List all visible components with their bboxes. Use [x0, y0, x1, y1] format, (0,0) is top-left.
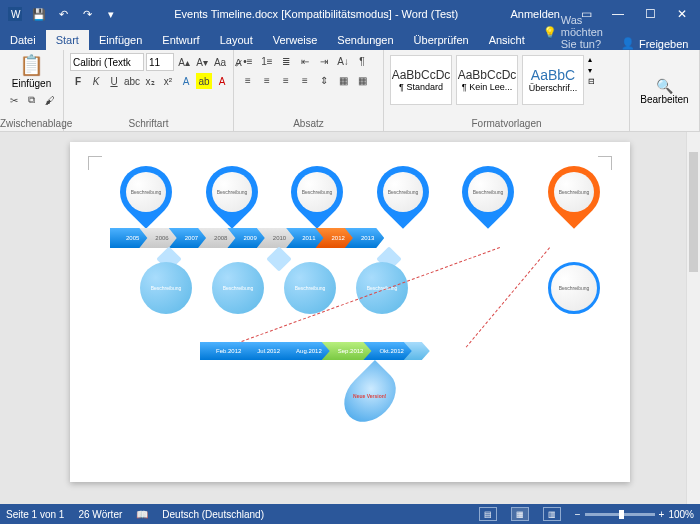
shading-icon[interactable]: ▦	[335, 72, 351, 88]
statusbar: Seite 1 von 1 26 Wörter 📖 Deutsch (Deuts…	[0, 504, 700, 524]
pin: Beschreibung	[366, 155, 440, 229]
highlight-icon[interactable]: ab	[196, 73, 212, 89]
copy-icon[interactable]: ⧉	[24, 92, 40, 108]
italic-icon[interactable]: K	[88, 73, 104, 89]
bullets-icon[interactable]: •≡	[240, 53, 256, 69]
show-marks-icon[interactable]: ¶	[354, 53, 370, 69]
lightbulb-icon: 💡	[543, 26, 557, 39]
sort-icon[interactable]: A↓	[335, 53, 351, 69]
grow-font-icon[interactable]: A▴	[176, 54, 192, 70]
redo-icon[interactable]: ↷	[76, 3, 98, 25]
align-right-icon[interactable]: ≡	[278, 72, 294, 88]
tell-me-box[interactable]: 💡Was möchten Sie tun?	[535, 14, 611, 50]
bubble: Beschreibung	[284, 262, 336, 314]
font-size-input[interactable]	[146, 53, 174, 71]
paste-icon[interactable]: 📋	[19, 53, 44, 77]
timeline-years: 200520062007200820092010201120122013	[110, 228, 384, 248]
editing-label[interactable]: Bearbeiten	[640, 94, 688, 105]
tab-verweise[interactable]: Verweise	[263, 30, 328, 50]
line-spacing-icon[interactable]: ⇕	[316, 72, 332, 88]
tab-datei[interactable]: Datei	[0, 30, 46, 50]
pin: Beschreibung	[195, 155, 269, 229]
strike-icon[interactable]: abc	[124, 73, 140, 89]
group-clipboard: 📋 Einfügen ✂ ⧉ 🖌 Zwischenablage	[0, 50, 64, 131]
document-title: Events Timeline.docx [Kompatibilitätsmod…	[122, 8, 510, 20]
scrollbar-thumb[interactable]	[689, 152, 698, 272]
zoom-level[interactable]: 100%	[668, 509, 694, 520]
align-center-icon[interactable]: ≡	[259, 72, 275, 88]
bubble: Beschreibung	[356, 262, 408, 314]
borders-icon[interactable]: ▦	[354, 72, 370, 88]
tab-ansicht[interactable]: Ansicht	[479, 30, 535, 50]
svg-text:W: W	[11, 9, 21, 20]
style-no-spacing[interactable]: AaBbCcDc¶ Kein Lee...	[456, 55, 518, 105]
tab-layout[interactable]: Layout	[210, 30, 263, 50]
print-layout-icon[interactable]: ▦	[511, 507, 529, 521]
share-label: Freigeben	[639, 38, 689, 50]
pin-highlight: Beschreibung	[537, 155, 611, 229]
qa-dropdown-icon[interactable]: ▾	[100, 3, 122, 25]
page: Beschreibung Beschreibung Beschreibung B…	[70, 142, 630, 482]
group-styles: AaBbCcDc¶ Standard AaBbCcDc¶ Kein Lee...…	[384, 50, 630, 131]
language[interactable]: Deutsch (Deutschland)	[162, 509, 264, 520]
group-paragraph: •≡ 1≡ ≣ ⇤ ⇥ A↓ ¶ ≡ ≡ ≡ ≡ ⇕ ▦ ▦ Absatz	[234, 50, 384, 131]
margin-corner	[88, 156, 102, 170]
group-editing: 🔍 Bearbeiten	[630, 50, 700, 131]
bubble: Beschreibung	[140, 262, 192, 314]
pin: Beschreibung	[452, 155, 526, 229]
text-effects-icon[interactable]: A	[178, 73, 194, 89]
tab-sendungen[interactable]: Sendungen	[327, 30, 403, 50]
bubble: Beschreibung	[212, 262, 264, 314]
tab-entwurf[interactable]: Entwurf	[152, 30, 209, 50]
pin: Beschreibung	[109, 155, 183, 229]
group-label: Zwischenablage	[0, 118, 63, 129]
ribbon-tabs: Datei Start Einfügen Entwurf Layout Verw…	[0, 28, 700, 50]
web-layout-icon[interactable]: ▥	[543, 507, 561, 521]
find-icon[interactable]: 🔍	[656, 78, 673, 94]
pin: Beschreibung	[280, 155, 354, 229]
vertical-scrollbar[interactable]	[686, 132, 700, 504]
font-name-input[interactable]	[70, 53, 144, 71]
align-left-icon[interactable]: ≡	[240, 72, 256, 88]
cut-icon[interactable]: ✂	[6, 92, 22, 108]
spellcheck-icon[interactable]: 📖	[136, 509, 148, 520]
zoom-slider[interactable]	[585, 513, 655, 516]
read-mode-icon[interactable]: ▤	[479, 507, 497, 521]
subscript-icon[interactable]: x₂	[142, 73, 158, 89]
tab-einfuegen[interactable]: Einfügen	[89, 30, 152, 50]
document-canvas[interactable]: Beschreibung Beschreibung Beschreibung B…	[0, 132, 700, 504]
format-painter-icon[interactable]: 🖌	[42, 92, 58, 108]
underline-icon[interactable]: U	[106, 73, 122, 89]
timeline-months: Feb.2012Jul.2012Aug.2012Sep.2012Okt.2012	[200, 342, 430, 360]
ribbon: 📋 Einfügen ✂ ⧉ 🖌 Zwischenablage A▴ A▾ Aa…	[0, 50, 700, 132]
zoom-out-icon[interactable]: −	[575, 509, 581, 520]
zoom-control[interactable]: − + 100%	[575, 509, 694, 520]
tab-start[interactable]: Start	[46, 30, 89, 50]
multilevel-icon[interactable]: ≣	[278, 53, 294, 69]
word-count[interactable]: 26 Wörter	[78, 509, 122, 520]
group-label: Schriftart	[64, 118, 233, 129]
page-count[interactable]: Seite 1 von 1	[6, 509, 64, 520]
share-button[interactable]: 👤Freigeben	[611, 37, 699, 50]
paste-label[interactable]: Einfügen	[12, 78, 51, 89]
indent-icon[interactable]: ⇥	[316, 53, 332, 69]
save-icon[interactable]: 💾	[28, 3, 50, 25]
undo-icon[interactable]: ↶	[52, 3, 74, 25]
numbering-icon[interactable]: 1≡	[259, 53, 275, 69]
font-color-icon[interactable]: A	[214, 73, 230, 89]
style-standard[interactable]: AaBbCcDc¶ Standard	[390, 55, 452, 105]
maximize-icon[interactable]: ☐	[636, 3, 664, 25]
superscript-icon[interactable]: x²	[160, 73, 176, 89]
styles-more-icon[interactable]: ▴▾⊟	[588, 55, 600, 86]
close-icon[interactable]: ✕	[668, 3, 696, 25]
outdent-icon[interactable]: ⇤	[297, 53, 313, 69]
justify-icon[interactable]: ≡	[297, 72, 313, 88]
bold-icon[interactable]: F	[70, 73, 86, 89]
change-case-icon[interactable]: Aa	[212, 54, 228, 70]
tell-me-label: Was möchten Sie tun?	[561, 14, 603, 50]
word-icon[interactable]: W	[4, 3, 26, 25]
shrink-font-icon[interactable]: A▾	[194, 54, 210, 70]
zoom-in-icon[interactable]: +	[659, 509, 665, 520]
style-heading[interactable]: AaBbCÜberschrif...	[522, 55, 584, 105]
tab-ueberpruefen[interactable]: Überprüfen	[404, 30, 479, 50]
